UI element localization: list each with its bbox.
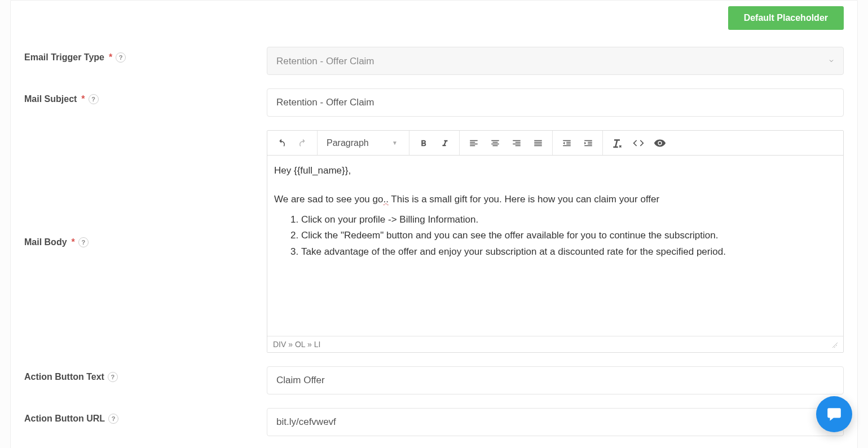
italic-icon[interactable] bbox=[434, 132, 456, 154]
clear-format-icon[interactable] bbox=[606, 132, 628, 154]
paragraph-format-label: Paragraph bbox=[327, 138, 369, 148]
editor-breadcrumb: DIV » OL » LI bbox=[273, 340, 320, 349]
list-item: Take advantage of the offer and enjoy yo… bbox=[301, 245, 836, 259]
editor-intro: We are sad to see you go.. This is a sma… bbox=[274, 192, 836, 207]
align-right-icon[interactable] bbox=[506, 132, 527, 154]
action-text-input[interactable] bbox=[267, 366, 844, 394]
chat-launcher-button[interactable] bbox=[816, 396, 852, 432]
list-item: Click on your profile -> Billing Informa… bbox=[301, 212, 836, 227]
help-icon[interactable]: ? bbox=[78, 237, 89, 247]
trigger-type-label-text: Email Trigger Type bbox=[24, 52, 104, 63]
help-icon[interactable]: ? bbox=[108, 372, 118, 382]
editor-steps-list: Click on your profile -> Billing Informa… bbox=[274, 212, 836, 259]
mail-subject-input[interactable] bbox=[267, 88, 844, 117]
trigger-type-label: Email Trigger Type * ? bbox=[24, 47, 267, 63]
list-item: Click the "Redeem" button and you can se… bbox=[301, 228, 836, 243]
action-text-label-text: Action Button Text bbox=[24, 372, 104, 382]
action-url-input[interactable] bbox=[267, 408, 844, 436]
indent-icon[interactable] bbox=[578, 132, 599, 154]
resize-grip-icon[interactable] bbox=[831, 341, 838, 348]
required-indicator: * bbox=[109, 52, 112, 63]
align-center-icon[interactable] bbox=[484, 132, 506, 154]
align-justify-icon[interactable] bbox=[527, 132, 549, 154]
align-left-icon[interactable] bbox=[463, 132, 484, 154]
help-icon[interactable]: ? bbox=[116, 52, 126, 63]
paragraph-format-select[interactable]: Paragraph ▼ bbox=[321, 138, 406, 148]
undo-icon[interactable] bbox=[271, 132, 292, 154]
help-icon[interactable]: ? bbox=[89, 94, 99, 104]
code-view-icon[interactable] bbox=[628, 132, 649, 154]
rich-text-editor: Paragraph ▼ bbox=[267, 130, 844, 353]
redo-icon[interactable] bbox=[292, 132, 314, 154]
required-indicator: * bbox=[72, 237, 75, 247]
help-icon[interactable]: ? bbox=[108, 414, 118, 424]
required-indicator: * bbox=[81, 94, 85, 104]
trigger-type-select[interactable]: Retention - Offer Claim bbox=[267, 47, 844, 75]
action-text-label: Action Button Text ? bbox=[24, 366, 267, 382]
mail-body-label-text: Mail Body bbox=[24, 237, 67, 247]
editor-toolbar: Paragraph ▼ bbox=[267, 131, 843, 156]
editor-greeting: Hey {{full_name}}, bbox=[274, 163, 836, 178]
mail-body-label: Mail Body * ? bbox=[24, 130, 267, 247]
action-url-label-text: Action Button URL bbox=[24, 414, 105, 424]
default-placeholder-button[interactable]: Default Placeholder bbox=[728, 6, 844, 30]
outdent-icon[interactable] bbox=[556, 132, 578, 154]
chat-icon bbox=[826, 406, 843, 423]
preview-icon[interactable] bbox=[649, 132, 671, 154]
mail-subject-label: Mail Subject * ? bbox=[24, 88, 267, 104]
action-url-label: Action Button URL ? bbox=[24, 408, 267, 424]
editor-content-area[interactable]: Hey {{full_name}}, We are sad to see you… bbox=[267, 156, 843, 336]
mail-subject-label-text: Mail Subject bbox=[24, 94, 77, 104]
caret-down-icon: ▼ bbox=[392, 140, 398, 146]
bold-icon[interactable] bbox=[413, 132, 434, 154]
